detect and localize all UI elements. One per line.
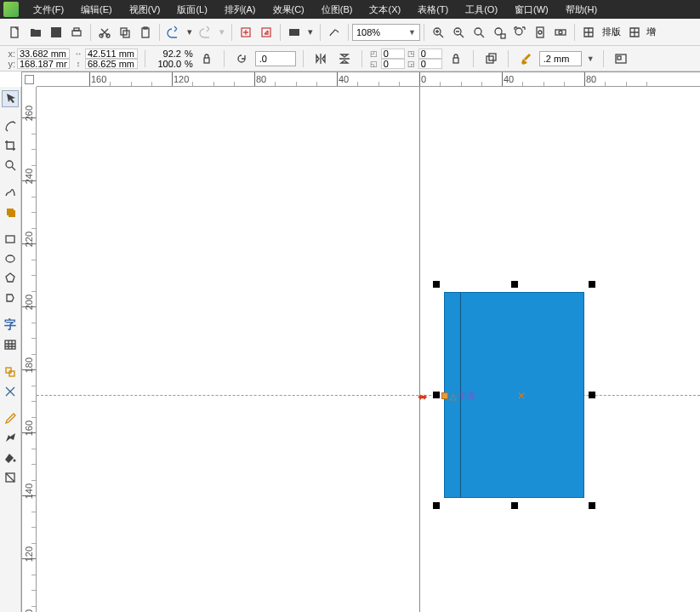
panel-label-1[interactable]: 排版	[599, 26, 624, 38]
selection-handle-tm[interactable]	[511, 281, 518, 288]
rotation-angle-input[interactable]	[255, 51, 296, 66]
horizontal-ruler[interactable]: 160120804004080	[21, 71, 700, 87]
corner-tl-input[interactable]	[381, 49, 405, 59]
vertical-ruler[interactable]: 260240220200180160140120100	[21, 87, 37, 612]
zoom-selection-button[interactable]	[490, 23, 509, 42]
undo-dropdown[interactable]: ▾	[185, 23, 195, 42]
fill-tool[interactable]	[2, 449, 19, 466]
dimension-tool[interactable]	[2, 363, 19, 380]
lock-ratio-button[interactable]	[197, 49, 216, 68]
save-button[interactable]	[47, 23, 65, 42]
undo-button[interactable]	[164, 23, 183, 42]
table-tool[interactable]	[2, 336, 19, 353]
rectangle-tool[interactable]	[2, 231, 19, 248]
shape-tool[interactable]	[2, 117, 19, 134]
snap-label: 中点	[458, 390, 475, 402]
menu-effects[interactable]: 效果(C)	[265, 0, 312, 19]
svg-rect-25	[453, 58, 458, 63]
options-button[interactable]	[625, 23, 644, 42]
corner-br-input[interactable]	[418, 59, 442, 69]
menu-arrange[interactable]: 排列(A)	[217, 0, 264, 19]
connector-tool[interactable]	[2, 383, 19, 400]
mirror-v-button[interactable]	[335, 49, 354, 68]
y-position-input[interactable]	[17, 59, 70, 69]
zoom-actual-button[interactable]	[470, 23, 488, 42]
height-input[interactable]	[85, 59, 138, 69]
smart-fill-tool[interactable]	[2, 203, 19, 220]
basic-shapes-tool[interactable]	[2, 289, 19, 306]
print-button[interactable]	[67, 23, 86, 42]
menu-file[interactable]: 文件(F)	[26, 0, 71, 19]
zoom-tool[interactable]	[2, 157, 19, 174]
menu-help[interactable]: 帮助(H)	[558, 0, 605, 19]
wrap-text-button[interactable]	[612, 49, 630, 68]
selection-handle-bm[interactable]	[511, 502, 518, 509]
ellipse-tool[interactable]	[2, 250, 19, 267]
import-button[interactable]	[236, 23, 255, 42]
menu-bitmap[interactable]: 位图(B)	[314, 0, 361, 19]
new-button[interactable]	[6, 23, 25, 42]
selected-rectangle[interactable]: ✕ ⬌ △ 中点	[444, 292, 584, 498]
mirror-h-button[interactable]	[311, 49, 330, 68]
zoom-level-select[interactable]: 108% ▼	[352, 24, 420, 41]
app-launcher-button[interactable]	[285, 23, 304, 42]
selection-handle-tr[interactable]	[589, 281, 595, 288]
menu-text[interactable]: 文本(X)	[361, 0, 408, 19]
to-front-button[interactable]	[481, 49, 500, 68]
width-input[interactable]	[85, 49, 138, 59]
app-dropdown[interactable]: ▾	[305, 23, 316, 42]
selection-handle-tl[interactable]	[433, 281, 440, 288]
ruler-origin[interactable]	[21, 71, 37, 87]
crop-tool[interactable]	[2, 137, 19, 154]
freehand-tool[interactable]	[2, 184, 19, 201]
corner-tr-input[interactable]	[418, 49, 442, 59]
eyedropper-tool[interactable]	[2, 410, 19, 427]
svg-rect-33	[5, 340, 15, 349]
export-button[interactable]	[257, 23, 276, 42]
outline-tool[interactable]	[2, 430, 19, 447]
menu-view[interactable]: 视图(V)	[122, 0, 168, 19]
polygon-tool[interactable]	[2, 270, 19, 287]
cut-button[interactable]	[95, 23, 114, 42]
copy-button[interactable]	[116, 23, 134, 42]
menu-tools[interactable]: 工具(O)	[458, 0, 505, 19]
snap-toggle-button[interactable]	[579, 23, 598, 42]
zoom-out-button[interactable]	[449, 23, 468, 42]
text-tool[interactable]: 字	[2, 317, 19, 334]
zoom-in-button[interactable]	[429, 23, 447, 42]
drawing-canvas[interactable]: ✕ ⬌ △ 中点	[37, 87, 700, 612]
welcome-screen-button[interactable]	[325, 23, 344, 42]
interactive-fill-tool[interactable]	[2, 469, 19, 486]
scale-x-value[interactable]: 92.2	[152, 49, 183, 59]
corner-bl-input[interactable]	[381, 59, 405, 69]
selection-handle-br[interactable]	[589, 502, 595, 509]
menu-table[interactable]: 表格(T)	[410, 0, 456, 19]
outline-width-input[interactable]	[539, 51, 582, 66]
zoom-page-button[interactable]	[531, 23, 549, 42]
open-button[interactable]	[26, 23, 45, 42]
svg-rect-26	[487, 56, 493, 63]
zoom-width-button[interactable]	[551, 23, 570, 42]
x-position-input[interactable]	[17, 49, 70, 59]
menu-edit[interactable]: 编辑(E)	[73, 0, 120, 19]
corner-lock-button[interactable]	[447, 49, 465, 68]
redo-dropdown[interactable]: ▾	[217, 23, 227, 42]
panel-label-2[interactable]: 增	[645, 26, 657, 38]
outline-pen-icon	[516, 49, 535, 68]
zoom-all-button[interactable]	[510, 23, 529, 42]
redo-button[interactable]	[196, 23, 215, 42]
menu-layout[interactable]: 版面(L)	[169, 0, 214, 19]
scale-y-value[interactable]: 100.0	[152, 59, 183, 69]
paste-button[interactable]	[136, 23, 155, 42]
svg-point-30	[6, 161, 13, 168]
selection-handle-mr[interactable]	[589, 392, 595, 398]
chevron-down-icon: ▼	[408, 28, 416, 37]
svg-rect-3	[72, 31, 81, 36]
pick-tool[interactable]	[2, 90, 19, 107]
horizontal-guide[interactable]	[37, 395, 700, 396]
selection-handle-ml[interactable]	[433, 392, 440, 398]
snap-triangle-icon: △	[450, 392, 457, 401]
outline-dropdown-icon[interactable]: ▼	[585, 54, 596, 63]
selection-handle-bl[interactable]	[433, 502, 440, 509]
menu-window[interactable]: 窗口(W)	[507, 0, 556, 19]
